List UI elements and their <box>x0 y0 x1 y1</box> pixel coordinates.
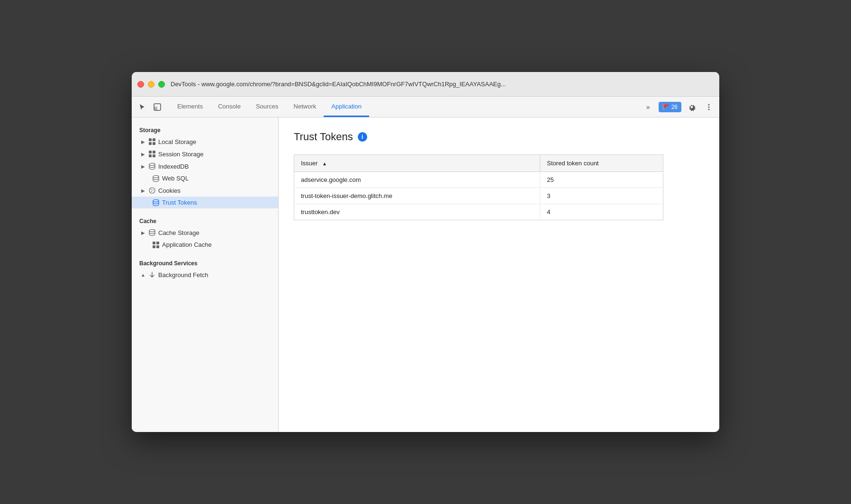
tab-network[interactable]: Network <box>286 97 324 117</box>
sidebar-item-indexed-db[interactable]: ▶ IndexedDB <box>132 160 278 172</box>
toolbar-right: » 🚩 26 <box>642 97 715 117</box>
svg-point-15 <box>149 188 155 193</box>
issuer-cell: adservice.google.com <box>294 172 540 188</box>
expand-arrow-icon: ▶ <box>139 138 147 145</box>
svg-rect-7 <box>149 142 152 145</box>
svg-point-20 <box>149 230 155 232</box>
svg-point-4 <box>708 108 710 110</box>
count-cell: 25 <box>540 172 663 188</box>
sidebar-item-application-cache[interactable]: Application Cache <box>132 239 278 251</box>
svg-point-13 <box>149 163 155 166</box>
svg-point-19 <box>153 199 159 202</box>
svg-rect-1 <box>154 107 157 110</box>
background-services-section-title: Background Services <box>132 256 278 269</box>
expand-arrow-icon: ▶ <box>139 187 147 194</box>
issues-count: 26 <box>671 104 678 110</box>
svg-rect-10 <box>153 151 155 153</box>
session-storage-label: Session Storage <box>158 151 203 158</box>
background-fetch-label: Background Fetch <box>158 271 208 279</box>
title-bar: DevTools - www.google.com/chrome/?brand=… <box>132 72 719 97</box>
svg-rect-11 <box>149 154 152 157</box>
svg-rect-9 <box>149 151 152 153</box>
count-cell: 4 <box>540 204 663 220</box>
more-tabs-button[interactable]: » <box>642 100 655 114</box>
sidebar-item-session-storage[interactable]: ▶ Session Storage <box>132 148 278 160</box>
settings-button[interactable] <box>685 100 698 114</box>
tab-sources[interactable]: Sources <box>248 97 286 117</box>
svg-rect-21 <box>153 242 155 244</box>
sidebar: Storage ▶ Local Storage ▶ <box>132 117 279 432</box>
application-cache-label: Application Cache <box>162 241 212 248</box>
count-cell: 3 <box>540 188 663 204</box>
svg-rect-5 <box>149 138 152 141</box>
expand-arrow-icon: ▲ <box>139 271 147 279</box>
indexed-db-label: IndexedDB <box>158 163 189 170</box>
svg-rect-23 <box>153 245 155 248</box>
web-sql-icon <box>153 175 159 182</box>
cookies-label: Cookies <box>158 187 181 194</box>
page-title-row: Trust Tokens i <box>294 131 704 143</box>
cursor-icon[interactable] <box>136 100 149 114</box>
cache-section-title: Cache <box>132 214 278 226</box>
tab-bar: Elements Console Sources Network Applica… <box>132 97 719 117</box>
table-row: trust-token-issuer-demo.glitch.me 3 <box>294 188 663 204</box>
tab-application[interactable]: Application <box>324 97 369 117</box>
trust-tokens-table: Issuer ▲ Stored token count adservice.go… <box>294 154 663 220</box>
page-title: Trust Tokens <box>294 131 353 143</box>
sidebar-item-web-sql[interactable]: Web SQL <box>132 172 278 184</box>
sidebar-item-cookies[interactable]: ▶ Cookies <box>132 184 278 197</box>
local-storage-icon <box>149 138 155 145</box>
tab-elements[interactable]: Elements <box>170 97 210 117</box>
svg-point-14 <box>153 175 159 178</box>
sidebar-item-cache-storage[interactable]: ▶ Cache Storage <box>132 226 278 239</box>
traffic-lights <box>137 81 165 88</box>
devtools-window: DevTools - www.google.com/chrome/?brand=… <box>132 72 719 432</box>
svg-point-18 <box>151 191 152 192</box>
trust-tokens-icon <box>153 199 159 206</box>
svg-rect-8 <box>153 142 155 145</box>
cache-storage-icon <box>149 229 155 236</box>
svg-point-16 <box>151 189 152 190</box>
cookies-icon <box>149 187 155 194</box>
content-area: Trust Tokens i Issuer ▲ Stored token cou… <box>279 117 719 432</box>
local-storage-label: Local Storage <box>158 138 196 145</box>
trust-tokens-label: Trust Tokens <box>162 199 197 206</box>
dock-icon[interactable] <box>151 100 164 114</box>
table-row: adservice.google.com 25 <box>294 172 663 188</box>
sort-arrow-icon: ▲ <box>322 161 327 166</box>
app-cache-icon <box>153 242 159 248</box>
toolbar-left <box>136 97 164 117</box>
info-icon[interactable]: i <box>358 132 367 142</box>
minimize-button[interactable] <box>148 81 154 88</box>
sidebar-item-trust-tokens[interactable]: Trust Tokens <box>132 197 278 208</box>
maximize-button[interactable] <box>158 81 165 88</box>
token-count-column-header[interactable]: Stored token count <box>540 155 663 172</box>
table-row: trusttoken.dev 4 <box>294 204 663 220</box>
tab-console[interactable]: Console <box>210 97 248 117</box>
issues-flag-icon: 🚩 <box>662 104 670 110</box>
cache-storage-label: Cache Storage <box>158 229 199 236</box>
issuer-column-header[interactable]: Issuer ▲ <box>294 155 540 172</box>
svg-rect-12 <box>153 154 155 157</box>
web-sql-label: Web SQL <box>162 175 189 182</box>
window-title: DevTools - www.google.com/chrome/?brand=… <box>171 81 506 88</box>
issuer-cell: trusttoken.dev <box>294 204 540 220</box>
svg-point-2 <box>708 104 710 105</box>
expand-arrow-icon: ▶ <box>139 150 147 158</box>
expand-arrow-icon: ▶ <box>139 229 147 236</box>
close-button[interactable] <box>137 81 144 88</box>
svg-rect-24 <box>156 245 159 248</box>
background-fetch-icon <box>149 271 155 278</box>
indexed-db-icon <box>149 163 155 170</box>
storage-section-title: Storage <box>132 123 278 135</box>
sidebar-item-local-storage[interactable]: ▶ Local Storage <box>132 135 278 148</box>
expand-arrow-icon: ▶ <box>139 162 147 170</box>
tabs-container: Elements Console Sources Network Applica… <box>170 97 638 117</box>
issues-badge-button[interactable]: 🚩 26 <box>659 102 681 112</box>
svg-rect-6 <box>153 138 155 141</box>
svg-rect-22 <box>156 242 159 244</box>
more-options-button[interactable] <box>702 100 715 114</box>
svg-point-17 <box>153 189 154 190</box>
sidebar-item-background-fetch[interactable]: ▲ Background Fetch <box>132 269 278 281</box>
svg-point-3 <box>708 106 710 108</box>
